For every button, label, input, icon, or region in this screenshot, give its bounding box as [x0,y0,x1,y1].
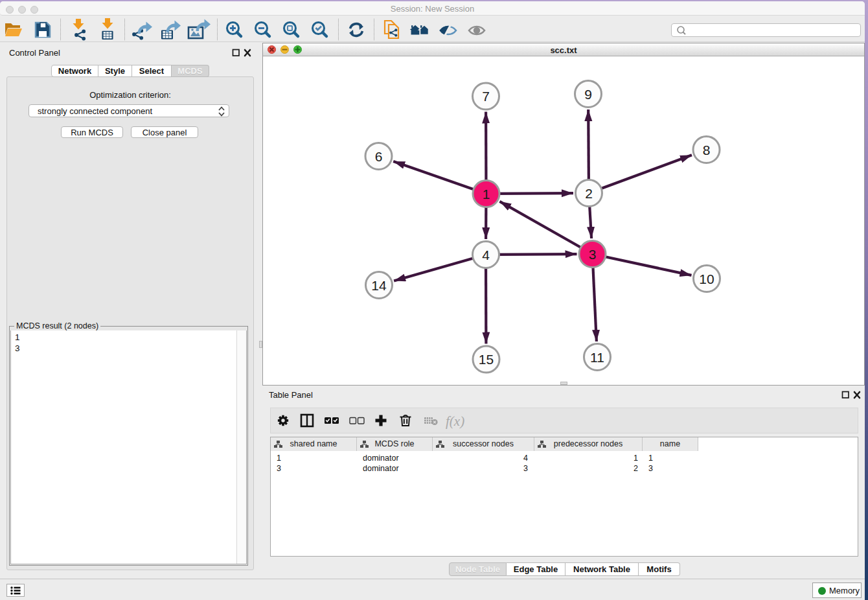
svg-text:14: 14 [371,278,387,293]
svg-text:10: 10 [699,271,714,286]
svg-text:7: 7 [482,89,490,104]
svg-text:6: 6 [375,149,383,164]
svg-text:15: 15 [479,352,494,367]
svg-text:f(x): f(x) [446,413,464,429]
svg-text:2: 2 [585,186,593,201]
svg-text:9: 9 [584,87,592,102]
svg-text:3: 3 [589,247,597,262]
svg-text:1: 1 [483,187,490,202]
svg-text:8: 8 [703,143,711,157]
svg-text:11: 11 [590,350,604,365]
svg-text:4: 4 [482,248,490,262]
